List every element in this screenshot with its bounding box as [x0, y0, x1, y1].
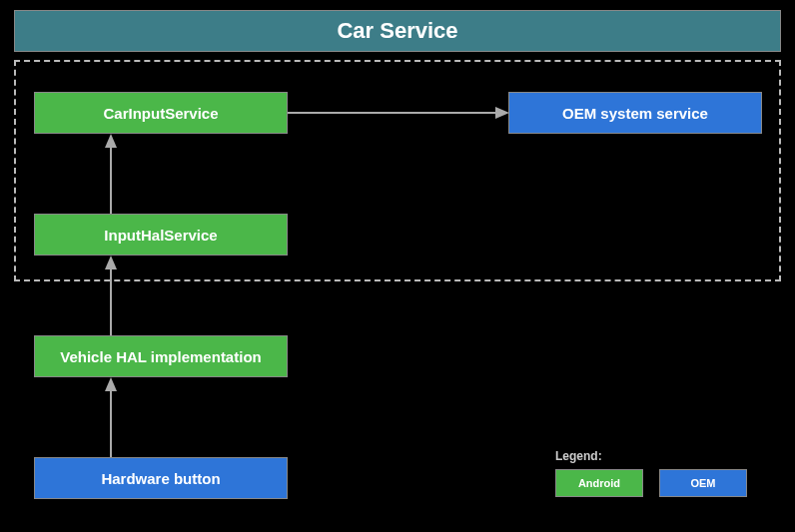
label-hardware-button: Hardware button	[101, 470, 220, 487]
label-input-hal-service: InputHalService	[104, 227, 217, 244]
svg-marker-3	[105, 134, 117, 148]
arrow-hwbutton-to-vehiclehal	[104, 377, 118, 457]
box-vehicle-hal: Vehicle HAL implementation	[34, 335, 288, 377]
header-title-bar: Car Service	[14, 10, 781, 52]
arrow-vehiclehal-to-inputhal	[104, 256, 118, 335]
box-input-hal-service: InputHalService	[34, 214, 288, 256]
svg-marker-1	[495, 107, 509, 119]
svg-marker-5	[105, 256, 117, 269]
legend-android-label: Android	[578, 477, 620, 489]
label-vehicle-hal: Vehicle HAL implementation	[60, 348, 261, 365]
svg-marker-7	[105, 377, 117, 391]
box-hardware-button: Hardware button	[34, 457, 288, 499]
legend-android: Android	[555, 469, 643, 497]
legend-title: Legend:	[555, 449, 602, 463]
legend-oem-label: OEM	[690, 477, 715, 489]
arrow-carinput-to-oem	[288, 106, 509, 120]
label-car-input-service: CarInputService	[103, 105, 218, 122]
header-title: Car Service	[337, 18, 457, 44]
box-oem-system-service: OEM system service	[508, 92, 762, 134]
box-car-input-service: CarInputService	[34, 92, 288, 134]
label-oem-system-service: OEM system service	[562, 105, 708, 122]
legend-oem: OEM	[659, 469, 747, 497]
arrow-inputhal-to-carinput	[104, 134, 118, 214]
